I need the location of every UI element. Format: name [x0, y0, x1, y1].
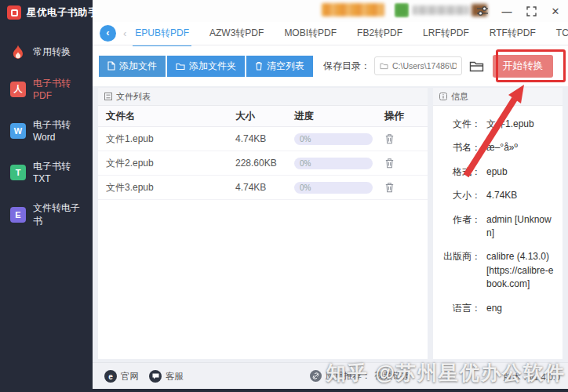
delete-row-button[interactable] [384, 133, 420, 144]
file-size: 4.74KB [235, 182, 294, 193]
col-filename: 文件名 [106, 110, 235, 123]
sidebar-item-common-convert[interactable]: 常用转换 [0, 35, 93, 68]
sidebar-item-label: 电子书转Word [33, 118, 82, 143]
open-folder-icon [469, 60, 484, 72]
file-name: 文件1.epub [106, 132, 235, 146]
save-directory-group: 保存目录： 开始转换 [323, 55, 562, 78]
sidebar-item-file-to-ebook[interactable]: E 文件转电子书 [0, 193, 93, 237]
list-icon [104, 93, 112, 100]
app-title: 星优电子书助手 [27, 6, 98, 20]
link-icon [310, 370, 322, 382]
info-icon [439, 93, 447, 100]
tab-lrf-to-pdf[interactable]: LRF转PDF [423, 27, 469, 40]
video-link[interactable]: 视频链接 [375, 370, 411, 382]
sidebar-item-label: 电子书转TXT [33, 160, 82, 184]
info-header: 信息 [433, 88, 563, 106]
file-name: 文件3.epub [106, 181, 235, 194]
tab-mobi-to-pdf[interactable]: MOBI转PDF [284, 27, 337, 40]
close-icon[interactable]: ✕ [549, 5, 562, 17]
table-row: 文件2.epub 228.60KB 0% [98, 151, 428, 176]
small-folder-icon [380, 62, 388, 70]
maximize-icon[interactable] [525, 5, 537, 17]
window-bottom-edge [0, 389, 568, 392]
tab-rtf-to-pdf[interactable]: RTF转PDF [490, 27, 536, 40]
trash-icon [384, 182, 395, 193]
delete-row-button[interactable] [384, 182, 420, 193]
footer: e 官网 客服 应用推荐： 视频链接 版本 [93, 362, 568, 389]
info-field-bookname: 书名： æ–°å»º [436, 141, 556, 154]
minimize-icon[interactable]: — [501, 5, 513, 17]
info-panel: 信息 文件： 文件1.epub 书名： æ–°å»º 格式： epub [433, 88, 563, 359]
trash-icon [384, 133, 395, 144]
save-dir-input[interactable] [392, 61, 457, 71]
tab-tcr-to-pdf[interactable]: TCR转PDF [556, 27, 568, 40]
toolbar: 添加文件 添加文件夹 清空列表 保存目录： [93, 46, 568, 85]
save-dir-box [374, 56, 462, 75]
app-window: 星优电子书助手 常用转换 人 电子书转PDF W 电子书转Word [0, 0, 568, 392]
window-controls: — ✕ [476, 0, 562, 22]
browse-folder-button[interactable] [469, 60, 484, 72]
progress-bar: 0% [294, 182, 373, 194]
sidebar-item-label: 常用转换 [33, 45, 71, 59]
app-logo-icon [7, 5, 21, 20]
main-area: — ✕ ‹ ‹ EPUB转PDF AZW3转PDF MOBI转PDF FB2转P… [93, 0, 568, 392]
tab-epub-to-pdf[interactable]: EPUB转PDF [135, 27, 189, 40]
start-convert-button[interactable]: 开始转换 [493, 55, 553, 78]
sidebar-menu: 常用转换 人 电子书转PDF W 电子书转Word T 电子书转TXT E 文件… [0, 35, 93, 237]
tab-fb2-to-pdf[interactable]: FB2转PDF [357, 27, 402, 40]
file-list-panel: 文件列表 文件名 大小 进度 操作 文件1.epub 4.74KB 0% [98, 88, 428, 359]
back-circle-icon[interactable]: ‹ [100, 25, 116, 42]
chat-icon [149, 370, 162, 383]
file-name: 文件2.epub [106, 157, 235, 170]
file-icon [107, 61, 115, 71]
add-file-button[interactable]: 添加文件 [99, 56, 166, 77]
content-area: 文件列表 文件名 大小 进度 操作 文件1.epub 4.74KB 0% [93, 86, 568, 362]
sidebar: 星优电子书助手 常用转换 人 电子书转PDF W 电子书转Word [0, 0, 93, 392]
col-action: 操作 [384, 110, 420, 123]
table-header: 文件名 大小 进度 操作 [98, 106, 428, 127]
progress-bar: 0% [294, 133, 373, 145]
customer-service-link[interactable]: 客服 [149, 370, 184, 383]
app-recommend-group: 应用推荐： 视频链接 [310, 370, 411, 382]
progress-bar: 0% [294, 158, 373, 169]
word-icon: W [10, 123, 26, 139]
txt-icon: T [10, 165, 26, 180]
pdf-icon: 人 [10, 82, 26, 97]
file-list-header: 文件列表 [98, 88, 428, 106]
official-website-link[interactable]: e 官网 [104, 370, 139, 383]
folder-icon [176, 62, 185, 71]
info-title: 信息 [451, 91, 468, 103]
sidebar-item-ebook-to-pdf[interactable]: 人 电子书转PDF [0, 68, 93, 110]
blurred-badge-text [413, 5, 469, 15]
website-icon: e [104, 370, 117, 383]
blurred-promo-badge[interactable] [322, 3, 384, 16]
tabs-scroll-left-icon[interactable]: ‹ [123, 27, 126, 39]
trash-icon [384, 158, 395, 169]
info-field-format: 格式： epub [436, 165, 556, 179]
info-field-size: 大小： 4.74KB [436, 189, 556, 202]
file-size: 228.60KB [235, 158, 294, 169]
save-dir-label: 保存目录： [323, 60, 370, 73]
info-fields: 文件： 文件1.epub 书名： æ–°å»º 格式： epub 大小： 4.7… [433, 106, 563, 315]
col-progress: 进度 [294, 110, 384, 123]
info-field-file: 文件： 文件1.epub [436, 118, 556, 131]
col-size: 大小 [235, 110, 294, 123]
ebook-icon: E [10, 207, 26, 223]
info-field-language: 语言： eng [436, 302, 556, 315]
add-folder-button[interactable]: 添加文件夹 [167, 56, 245, 77]
info-field-author: 作者： admin [Unknown] [436, 213, 556, 241]
delete-row-button[interactable] [384, 158, 420, 169]
flame-icon [10, 44, 26, 60]
file-actions: 添加文件 添加文件夹 清空列表 [99, 56, 313, 77]
sidebar-item-label: 电子书转PDF [33, 77, 82, 101]
file-list-title: 文件列表 [116, 91, 151, 103]
table-row: 文件1.epub 4.74KB 0% [98, 127, 428, 151]
clear-list-button[interactable]: 清空列表 [246, 56, 313, 77]
file-size: 4.74KB [235, 133, 294, 144]
settings-sliders-icon[interactable] [476, 5, 489, 17]
version-label: 版本：v1.4.0.0 [504, 372, 560, 383]
blurred-badge-icon[interactable] [395, 3, 409, 17]
sidebar-item-ebook-to-txt[interactable]: T 电子书转TXT [0, 151, 93, 193]
sidebar-item-ebook-to-word[interactable]: W 电子书转Word [0, 110, 93, 151]
tab-azw3-to-pdf[interactable]: AZW3转PDF [209, 27, 264, 40]
